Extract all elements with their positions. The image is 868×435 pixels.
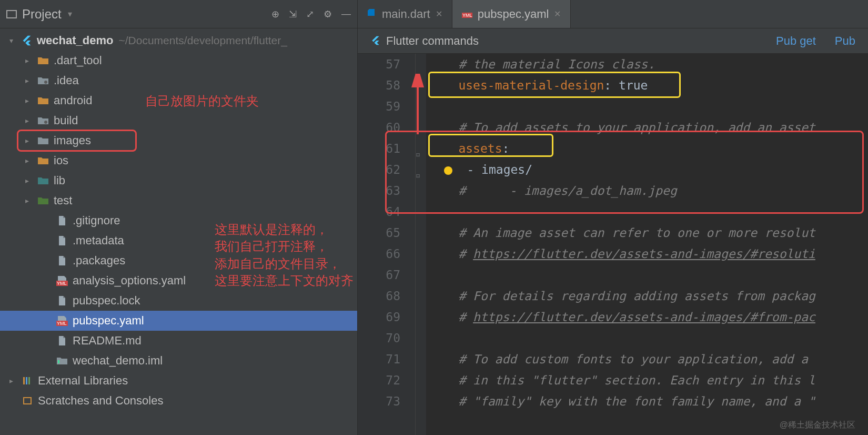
project-header: Project ▾ ⊕ ⇲ ⤢ ⚙ — [0,0,357,28]
pub-get-link[interactable]: Pub get [776,34,816,48]
chevron-icon[interactable] [25,196,37,205]
chevron-icon[interactable] [25,176,37,185]
scratches-consoles[interactable]: Scratches and Consoles [0,391,357,411]
code-line-62[interactable]: - images/ [429,159,868,180]
svg-point-1 [44,121,47,124]
tree-label: images [54,134,91,147]
tree-label: .packages [73,254,125,268]
dropdown-icon[interactable]: ▾ [68,9,72,19]
close-icon[interactable]: ✕ [436,9,442,19]
chevron-icon[interactable] [25,96,37,105]
folder-bar-icon [56,356,68,365]
code-line-71[interactable]: # To add custom fonts to your applicatio… [429,349,868,370]
tree-item-lib[interactable]: lib [0,171,357,191]
code-line-73[interactable]: # "family" key with the font family name… [429,391,868,412]
flutter-banner: Flutter commands Pub get Pub [358,28,868,54]
file-icon [56,336,68,345]
folder-orange-icon [37,156,49,165]
code-line-70[interactable] [429,328,868,349]
tree-item-ios[interactable]: ios [0,151,357,171]
tree-item--dart-tool[interactable]: .dart_tool [0,51,357,71]
yaml-icon: YML [56,276,68,285]
tree-item-android[interactable]: android [0,91,357,111]
pub-link[interactable]: Pub [835,34,855,48]
scratches-icon [21,396,34,406]
project-tree: wechat_demo ~/Documents/development/flut… [0,28,357,435]
tree-root[interactable]: wechat_demo ~/Documents/development/flut… [0,31,357,51]
close-icon[interactable]: ✕ [554,9,561,19]
gear-icon[interactable]: ⚙ [324,8,332,20]
folder-gear-icon [37,116,49,125]
chevron-icon[interactable] [25,56,37,65]
svg-marker-11 [368,9,375,16]
code-line-72[interactable]: # in this "flutter" section. Each entry … [429,370,868,391]
collapse-icon[interactable]: ⤢ [306,8,314,20]
code-area[interactable]: # the material Icons class. uses-materia… [426,54,868,435]
code-line-65[interactable]: # An image asset can refer to one or mor… [429,222,868,243]
tree-item-pubspec-lock[interactable]: pubspec.lock [0,291,357,311]
file-icon [56,296,68,305]
tree-item-readme-md[interactable]: README.md [0,331,357,351]
chevron-icon[interactable] [25,76,37,85]
tree-item--metadata[interactable]: .metadata [0,231,357,251]
tab-main-dart[interactable]: main.dart ✕ [358,0,452,28]
svg-rect-10 [24,398,31,404]
tree-item-images[interactable]: images [0,131,357,151]
tree-label: build [54,114,78,127]
tree-label: .metadata [73,234,124,248]
tree-item-test[interactable]: test [0,191,357,211]
expand-icon[interactable]: ⇲ [289,8,297,20]
tree-item--idea[interactable]: .idea [0,71,357,91]
yaml-icon: YML [462,7,472,21]
project-panel: Project ▾ ⊕ ⇲ ⤢ ⚙ — wechat_demo ~/Docume… [0,0,358,435]
project-title[interactable]: Project [22,7,62,22]
folder-teal-icon [37,176,49,185]
file-icon [56,256,68,265]
locate-icon[interactable]: ⊕ [271,8,279,20]
code-line-68[interactable]: # For details regarding adding assets fr… [429,285,868,307]
tree-item-build[interactable]: build [0,111,357,131]
code-line-64[interactable] [429,201,868,222]
external-libraries[interactable]: External Libraries [0,371,357,391]
tab-pubspec-yaml[interactable]: YML pubspec.yaml ✕ [452,0,571,28]
tree-label: ios [54,154,68,167]
code-line-58[interactable]: uses-material-design: true [429,75,868,96]
chevron-icon[interactable] [25,116,37,125]
editor-tabs: main.dart ✕ YML pubspec.yaml ✕ [358,0,868,28]
folder-orange-icon [37,56,49,65]
svg-rect-6 [58,360,59,363]
svg-rect-9 [28,377,30,384]
code-line-57[interactable]: # the material Icons class. [429,54,868,75]
file-icon [56,216,68,225]
folder-gray-icon [37,136,49,145]
tree-label: pubspec.yaml [73,314,144,328]
tree-item--packages[interactable]: .packages [0,251,357,271]
chevron-icon[interactable] [25,136,37,145]
code-line-69[interactable]: # https://flutter.dev/assets-and-images/… [429,307,868,328]
watermark: @稀土掘金技术社区 [780,420,855,431]
code-line-67[interactable] [429,264,868,285]
tree-label: lib [54,174,65,187]
code-line-60[interactable]: # To add assets to your application, add… [429,117,868,138]
tree-item-analysis-options-yaml[interactable]: YMLanalysis_options.yaml [0,271,357,291]
tree-label: pubspec.lock [73,294,140,308]
code-line-63[interactable]: # - images/a_dot_ham.jpeg [429,180,868,201]
tree-label: README.md [73,334,142,348]
tree-label: .dart_tool [54,54,102,67]
code-line-59[interactable] [429,96,868,117]
libraries-icon [21,376,34,385]
tree-item--gitignore[interactable]: .gitignore [0,211,357,231]
tree-label: analysis_options.yaml [73,274,186,288]
chevron-icon[interactable] [25,156,37,165]
minimize-icon[interactable]: — [341,8,351,19]
code-line-61[interactable]: assets: [429,138,868,159]
code-line-66[interactable]: # https://flutter.dev/assets-and-images/… [429,243,868,264]
code-editor[interactable]: 5758596061626364656667686970717273 ⊟⊟ # … [358,54,868,435]
tree-label: wechat_demo.iml [73,354,163,368]
svg-point-0 [44,81,47,84]
svg-rect-7 [23,377,25,384]
tree-item-pubspec-yaml[interactable]: YMLpubspec.yaml [0,311,357,331]
tree-item-wechat-demo-iml[interactable]: wechat_demo.iml [0,351,357,371]
flutter-icon [370,35,382,47]
folder-gear-icon [37,76,49,85]
